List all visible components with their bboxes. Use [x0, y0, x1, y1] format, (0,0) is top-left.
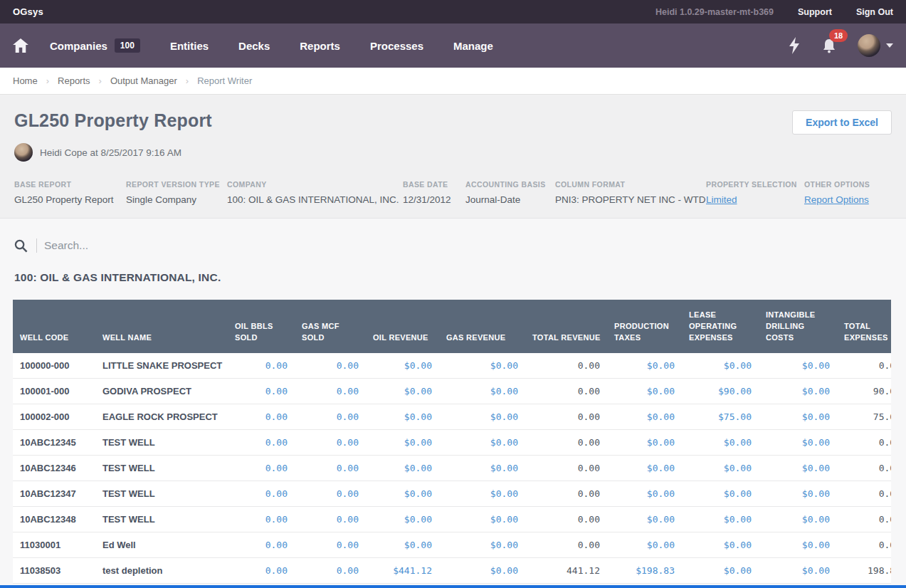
- amount-drilldown-cell[interactable]: 0.00: [228, 532, 295, 558]
- amount-drilldown-cell[interactable]: $0.00: [366, 481, 439, 507]
- amount-drilldown-cell[interactable]: $0.00: [759, 353, 837, 379]
- amount-drilldown-cell[interactable]: 0.00: [295, 558, 366, 584]
- amount-drilldown-cell[interactable]: $0.00: [682, 558, 759, 584]
- search-icon[interactable]: [14, 239, 28, 253]
- column-header-oil-revenue[interactable]: OIL REVENUE: [366, 300, 439, 353]
- breadcrumb-item-reports[interactable]: Reports: [58, 75, 90, 86]
- amount-drilldown-cell[interactable]: 0.00: [228, 379, 295, 404]
- meta-value: 12/31/2012: [403, 194, 465, 205]
- amount-drilldown-cell[interactable]: $198.83: [607, 558, 682, 584]
- user-menu[interactable]: [858, 34, 893, 57]
- nav-item-entities[interactable]: Entities: [170, 40, 209, 52]
- amount-drilldown-cell[interactable]: $0.00: [607, 404, 682, 430]
- breadcrumb-item-output-manager[interactable]: Output Manager: [110, 75, 177, 86]
- amount-drilldown-cell[interactable]: $0.00: [759, 558, 837, 584]
- amount-drilldown-cell[interactable]: 0.00: [228, 353, 295, 379]
- amount-drilldown-cell[interactable]: $0.00: [366, 456, 439, 481]
- amount-drilldown-cell[interactable]: $0.00: [759, 507, 837, 532]
- amount-drilldown-cell[interactable]: $0.00: [682, 481, 759, 507]
- amount-drilldown-cell[interactable]: $90.00: [682, 379, 759, 404]
- column-header-production-taxes[interactable]: PRODUCTION TAXES: [607, 300, 682, 353]
- well-name-cell: GODIVA PROSPECT: [95, 379, 228, 404]
- amount-drilldown-cell[interactable]: $0.00: [759, 404, 837, 430]
- column-header-total-expenses[interactable]: TOTAL EXPENSES: [837, 300, 891, 353]
- nav-item-reports[interactable]: Reports: [300, 40, 340, 52]
- amount-drilldown-cell[interactable]: 0.00: [295, 379, 366, 404]
- amount-drilldown-cell[interactable]: $0.00: [607, 353, 682, 379]
- amount-drilldown-cell[interactable]: $0.00: [607, 532, 682, 558]
- breadcrumb-separator-icon: ›: [99, 75, 102, 86]
- export-to-excel-button[interactable]: Export to Excel: [792, 110, 892, 135]
- amount-drilldown-cell[interactable]: $0.00: [439, 532, 525, 558]
- amount-drilldown-cell[interactable]: 0.00: [295, 353, 366, 379]
- report-header: GL250 Property Report Export to Excel He…: [0, 95, 906, 219]
- amount-drilldown-cell[interactable]: $0.00: [759, 456, 837, 481]
- amount-drilldown-cell[interactable]: $0.00: [439, 430, 525, 456]
- amount-drilldown-cell[interactable]: 0.00: [295, 430, 366, 456]
- amount-drilldown-cell[interactable]: 0.00: [228, 430, 295, 456]
- amount-drilldown-cell[interactable]: $0.00: [366, 379, 439, 404]
- column-header-oil-bbls-sold[interactable]: OIL BBLS SOLD: [228, 300, 295, 353]
- amount-drilldown-cell[interactable]: 0.00: [228, 507, 295, 532]
- column-header-well-code[interactable]: WELL CODE: [13, 300, 95, 353]
- amount-drilldown-cell[interactable]: 0.00: [228, 456, 295, 481]
- notifications-bell-icon[interactable]: 18: [822, 38, 836, 53]
- amount-drilldown-cell[interactable]: 0.00: [228, 558, 295, 584]
- amount-drilldown-cell[interactable]: $0.00: [439, 353, 525, 379]
- amount-drilldown-cell[interactable]: $0.00: [439, 379, 525, 404]
- amount-drilldown-cell[interactable]: $0.00: [682, 353, 759, 379]
- amount-drilldown-cell[interactable]: $0.00: [682, 430, 759, 456]
- amount-drilldown-cell[interactable]: $0.00: [759, 430, 837, 456]
- quick-actions-icon[interactable]: [788, 37, 801, 54]
- breadcrumb-item-home[interactable]: Home: [13, 75, 38, 86]
- amount-drilldown-cell[interactable]: $75.00: [682, 404, 759, 430]
- column-header-gas-revenue[interactable]: GAS REVENUE: [439, 300, 525, 353]
- nav-item-companies[interactable]: Companies100: [50, 38, 140, 53]
- amount-drilldown-cell[interactable]: 0.00: [228, 481, 295, 507]
- amount-drilldown-cell[interactable]: $0.00: [366, 507, 439, 532]
- meta-value-link[interactable]: Limited: [706, 194, 737, 205]
- amount-drilldown-cell[interactable]: $0.00: [366, 430, 439, 456]
- column-header-total-revenue[interactable]: TOTAL REVENUE: [525, 300, 607, 353]
- amount-drilldown-cell[interactable]: $0.00: [366, 353, 439, 379]
- nav-item-processes[interactable]: Processes: [370, 40, 423, 52]
- amount-drilldown-cell[interactable]: $0.00: [439, 404, 525, 430]
- amount-drilldown-cell[interactable]: $0.00: [439, 481, 525, 507]
- search-input[interactable]: [44, 239, 343, 252]
- column-header-well-name[interactable]: WELL NAME: [95, 300, 228, 353]
- amount-drilldown-cell[interactable]: 0.00: [295, 532, 366, 558]
- amount-drilldown-cell[interactable]: $0.00: [607, 456, 682, 481]
- amount-drilldown-cell[interactable]: $0.00: [439, 456, 525, 481]
- nav-item-manage[interactable]: Manage: [453, 40, 493, 52]
- nav-item-decks[interactable]: Decks: [238, 40, 270, 52]
- column-header-gas-mcf-sold[interactable]: GAS MCF SOLD: [295, 300, 366, 353]
- amount-drilldown-cell[interactable]: $0.00: [607, 379, 682, 404]
- amount-drilldown-cell[interactable]: $0.00: [366, 404, 439, 430]
- amount-drilldown-cell[interactable]: $0.00: [759, 379, 837, 404]
- bottom-scroll-indicator[interactable]: [0, 585, 906, 588]
- column-header-lease-operating-expenses[interactable]: LEASE OPERATING EXPENSES: [682, 300, 759, 353]
- amount-drilldown-cell[interactable]: $0.00: [366, 532, 439, 558]
- amount-drilldown-cell[interactable]: $0.00: [607, 507, 682, 532]
- amount-drilldown-cell[interactable]: $0.00: [759, 532, 837, 558]
- amount-drilldown-cell[interactable]: $0.00: [607, 430, 682, 456]
- amount-drilldown-cell[interactable]: $441.12: [366, 558, 439, 584]
- amount-drilldown-cell[interactable]: $0.00: [607, 481, 682, 507]
- home-icon[interactable]: [13, 38, 28, 53]
- meta-value-link[interactable]: Report Options: [804, 194, 869, 205]
- amount-drilldown-cell[interactable]: 0.00: [295, 456, 366, 481]
- sign-out-link[interactable]: Sign Out: [856, 7, 893, 17]
- amount-drilldown-cell[interactable]: 0.00: [295, 481, 366, 507]
- amount-drilldown-cell[interactable]: $0.00: [439, 558, 525, 584]
- column-header-intangible-drilling-costs[interactable]: INTANGIBLE DRILLING COSTS: [759, 300, 837, 353]
- amount-drilldown-cell[interactable]: 0.00: [228, 404, 295, 430]
- amount-drilldown-cell[interactable]: $0.00: [439, 507, 525, 532]
- amount-drilldown-cell[interactable]: $0.00: [682, 532, 759, 558]
- amount-drilldown-cell[interactable]: $0.00: [682, 456, 759, 481]
- amount-drilldown-cell[interactable]: $0.00: [682, 507, 759, 532]
- support-link[interactable]: Support: [798, 7, 832, 17]
- amount-drilldown-cell[interactable]: $0.00: [759, 481, 837, 507]
- amount-drilldown-cell[interactable]: 0.00: [295, 404, 366, 430]
- well-name-cell: LITTLE SNAKE PROSPECT: [95, 353, 228, 379]
- amount-drilldown-cell[interactable]: 0.00: [295, 507, 366, 532]
